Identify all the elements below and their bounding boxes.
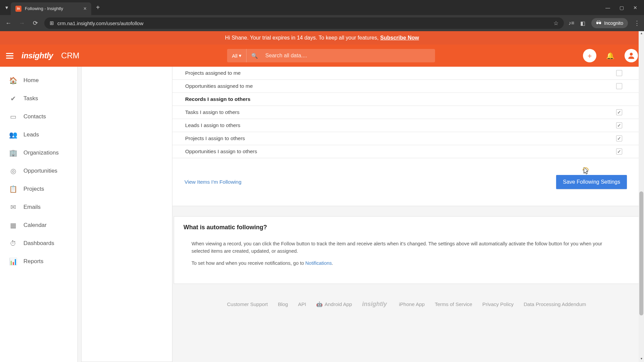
sidebar-item-tasks[interactable]: ✔Tasks: [0, 89, 77, 108]
footer-link-api[interactable]: API: [298, 301, 306, 307]
incognito-icon: 🕶: [596, 20, 601, 26]
incognito-indicator[interactable]: 🕶 Incognito: [591, 18, 628, 28]
notifications-link[interactable]: Notifications: [305, 260, 332, 266]
media-control-icon[interactable]: ♪≡: [569, 20, 574, 26]
scrollbar-up-icon[interactable]: ▴: [639, 31, 644, 37]
footer-link-android[interactable]: 🤖Android App: [316, 301, 352, 307]
site-settings-icon[interactable]: ⊞: [50, 20, 54, 26]
setting-row: Opportunities I assign to others: [172, 145, 640, 158]
sidebar-item-leads[interactable]: 👥Leads: [0, 126, 77, 144]
settings-inner-sidebar: [81, 67, 172, 362]
sidebar-item-organizations[interactable]: 🏢Organizations: [0, 144, 77, 162]
app-header: insightly CRM All ▾ 🔍 ＋ 🔔: [0, 45, 644, 67]
sidebar-item-home[interactable]: 🏠Home: [0, 71, 77, 89]
window-controls: — ▢ ✕: [605, 5, 641, 10]
calendar-icon: ▦: [9, 221, 17, 230]
info-text-suffix: .: [332, 260, 333, 266]
tab-title: Following - Insightly: [25, 6, 80, 11]
svg-point-0: [630, 53, 633, 56]
footer-link-tos[interactable]: Terms of Service: [435, 301, 472, 307]
search-icon: 🔍: [247, 53, 261, 59]
setting-checkbox[interactable]: [616, 83, 622, 89]
settings-actions: View Items I'm Following Save Following …: [172, 158, 640, 206]
sidebar-item-dashboards[interactable]: ⏱Dashboards: [0, 234, 77, 252]
android-icon: 🤖: [316, 301, 323, 307]
page-footer: Customer Support Blog API 🤖Android App i…: [172, 291, 641, 315]
setting-checkbox[interactable]: [616, 122, 622, 128]
info-paragraph: To set how and when you receive notifica…: [192, 260, 622, 267]
setting-checkbox[interactable]: [616, 148, 622, 155]
add-new-button[interactable]: ＋: [583, 49, 596, 62]
footer-link-privacy[interactable]: Privacy Policy: [482, 301, 514, 307]
menu-toggle-icon[interactable]: [6, 53, 13, 59]
subscribe-now-link[interactable]: Subscribe Now: [380, 35, 419, 41]
opportunities-icon: ◎: [9, 167, 17, 175]
section-header-label: Records I assign to others: [185, 96, 251, 102]
contacts-icon: ▭: [9, 112, 17, 121]
search-input[interactable]: [261, 53, 435, 59]
setting-row: Projects assigned to me: [172, 67, 640, 80]
insightly-logo[interactable]: insightly: [21, 51, 53, 60]
sidebar-item-label: Opportunities: [23, 168, 57, 174]
emails-icon: ✉: [9, 203, 17, 212]
sidebar-item-calendar[interactable]: ▦Calendar: [0, 216, 77, 234]
info-body: When viewing a record, you can click the…: [183, 240, 630, 267]
setting-row: Projects I assign to others: [172, 132, 640, 145]
setting-label: Leads I assign to others: [185, 122, 240, 128]
browser-tab[interactable]: in Following - Insightly ×: [11, 2, 91, 15]
setting-checkbox[interactable]: [616, 109, 622, 115]
footer-link-support[interactable]: Customer Support: [227, 301, 268, 307]
setting-checkbox[interactable]: [616, 70, 622, 76]
sidebar-item-projects[interactable]: 📋Projects: [0, 180, 77, 198]
product-label: CRM: [61, 51, 79, 60]
sidebar-item-reports[interactable]: 📊Reports: [0, 252, 77, 270]
main-content-area: Projects assigned to me Opportunities as…: [78, 67, 644, 362]
side-panel-icon[interactable]: ◧: [580, 20, 585, 26]
setting-label: Opportunities I assign to others: [185, 148, 257, 155]
back-icon[interactable]: ←: [4, 20, 13, 27]
scrollbar-thumb[interactable]: [639, 191, 643, 315]
chevron-down-icon: ▾: [239, 53, 241, 59]
scrollbar[interactable]: ▴ ▾: [639, 31, 644, 362]
organizations-icon: 🏢: [9, 148, 17, 157]
global-search: All ▾ 🔍: [227, 49, 435, 62]
view-following-link[interactable]: View Items I'm Following: [184, 179, 241, 185]
scrollbar-down-icon[interactable]: ▾: [639, 357, 644, 362]
reports-icon: 📊: [9, 257, 17, 266]
info-text-prefix: To set how and when you receive notifica…: [192, 260, 305, 266]
following-settings-panel: Projects assigned to me Opportunities as…: [172, 67, 641, 206]
sidebar-item-contacts[interactable]: ▭Contacts: [0, 108, 77, 126]
tab-search-dropdown-icon[interactable]: ▾: [3, 4, 11, 11]
leads-icon: 👥: [9, 130, 17, 139]
incognito-label: Incognito: [604, 20, 623, 26]
footer-link-dpa[interactable]: Data Processing Addendum: [524, 301, 586, 307]
maximize-icon[interactable]: ▢: [620, 5, 624, 10]
minimize-icon[interactable]: —: [605, 5, 610, 10]
reload-icon[interactable]: ⟳: [31, 19, 40, 27]
notifications-bell-icon[interactable]: 🔔: [604, 49, 617, 62]
sidebar-item-opportunities[interactable]: ◎Opportunities: [0, 162, 77, 180]
footer-link-blog[interactable]: Blog: [278, 301, 288, 307]
setting-checkbox[interactable]: [616, 135, 622, 141]
sidebar-item-emails[interactable]: ✉Emails: [0, 198, 77, 216]
sidebar-item-label: Dashboards: [23, 240, 54, 247]
address-bar[interactable]: ⊞ crm.na1.insightly.com/users/autofollow…: [44, 17, 564, 29]
new-tab-button[interactable]: +: [91, 4, 105, 11]
browser-menu-icon[interactable]: ⋮: [634, 19, 640, 27]
info-paragraph: When viewing a record, you can click the…: [192, 240, 622, 255]
info-panel: What is automatic following? When viewin…: [174, 216, 639, 284]
close-window-icon[interactable]: ✕: [633, 5, 637, 10]
browser-toolbar: ← → ⟳ ⊞ crm.na1.insightly.com/users/auto…: [0, 15, 644, 31]
bookmark-star-icon[interactable]: ☆: [553, 20, 558, 27]
footer-insightly-logo: insightly: [362, 301, 387, 308]
footer-links: Customer Support Blog API 🤖Android App i…: [172, 301, 641, 308]
user-avatar[interactable]: [625, 49, 638, 62]
save-following-settings-button[interactable]: Save Following Settings: [556, 175, 627, 189]
footer-link-iphone[interactable]: iPhone App: [397, 301, 425, 307]
close-tab-icon[interactable]: ×: [84, 6, 87, 12]
search-filter-label: All: [232, 53, 237, 59]
setting-row: Leads I assign to others: [172, 119, 640, 132]
page-viewport: Hi Shane. Your trial expires in 14 days.…: [0, 31, 644, 362]
search-filter-dropdown[interactable]: All ▾: [227, 49, 247, 62]
settings-table: Projects assigned to me Opportunities as…: [172, 67, 640, 158]
